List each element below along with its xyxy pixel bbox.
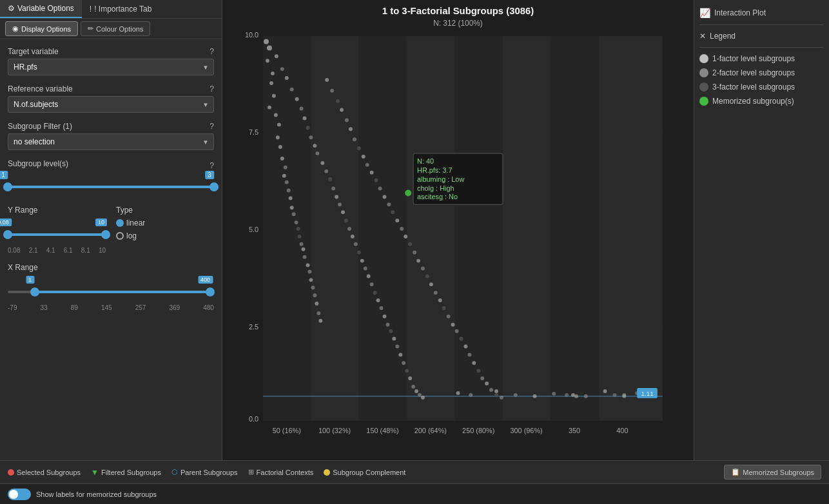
- svg-point-47: [309, 278, 313, 282]
- selected-subgroups-item[interactable]: Selected Subgroups: [8, 469, 81, 476]
- svg-rect-17: [551, 37, 598, 421]
- svg-point-36: [289, 196, 293, 200]
- type-linear-option[interactable]: linear: [116, 218, 214, 228]
- show-labels-toggle[interactable]: [8, 489, 31, 500]
- svg-point-112: [395, 218, 399, 222]
- type-log-radio[interactable]: [116, 232, 124, 240]
- subgroup-level-max-handle[interactable]: 3: [210, 182, 219, 191]
- legend-divider-2: [699, 47, 824, 48]
- variable-options-tab[interactable]: ⚙ Variable Options: [0, 0, 82, 18]
- subgroup-complement-item[interactable]: Subgroup Complement: [324, 469, 405, 476]
- factorial-contexts-item[interactable]: ⊞ Factorial Contexts: [248, 468, 314, 476]
- svg-point-66: [328, 177, 332, 181]
- svg-point-45: [306, 264, 309, 267]
- svg-point-127: [459, 337, 463, 341]
- svg-point-124: [447, 315, 451, 318]
- svg-point-136: [500, 396, 503, 400]
- svg-point-25: [272, 94, 276, 98]
- svg-point-147: [565, 393, 569, 397]
- subgroup-filter-help[interactable]: ?: [210, 122, 214, 131]
- svg-point-130: [472, 361, 476, 365]
- target-variable-help[interactable]: ?: [210, 47, 214, 56]
- svg-text:10.0: 10.0: [245, 32, 258, 39]
- colour-options-tab[interactable]: ✏ Colour Options: [81, 21, 150, 36]
- display-options-tab[interactable]: ◉ Display Options: [5, 21, 78, 36]
- svg-point-117: [416, 259, 420, 263]
- svg-point-31: [280, 157, 284, 160]
- legend-item[interactable]: ✕ Legend: [699, 29, 824, 43]
- svg-point-63: [315, 151, 319, 155]
- y-range-min-handle[interactable]: 0.08: [3, 230, 12, 239]
- svg-point-56: [290, 88, 294, 92]
- legend-2factor: 2-factor level subgroups: [699, 66, 824, 80]
- svg-text:300 (96%): 300 (96%): [510, 427, 542, 434]
- display-icon: ◉: [12, 24, 19, 33]
- svg-point-111: [391, 210, 395, 214]
- svg-point-37: [290, 206, 294, 209]
- svg-point-145: [603, 389, 607, 393]
- svg-point-144: [584, 394, 588, 398]
- memorized-icon: 📋: [731, 468, 740, 476]
- y-range-max-handle[interactable]: 10: [101, 230, 110, 239]
- svg-point-123: [442, 306, 446, 310]
- svg-point-42: [300, 242, 304, 246]
- svg-point-73: [351, 235, 355, 238]
- svg-point-95: [421, 396, 425, 400]
- target-variable-select[interactable]: HR.pfs: [8, 59, 214, 75]
- x-icon: ✕: [699, 32, 706, 41]
- svg-point-138: [469, 393, 473, 397]
- svg-point-135: [494, 393, 498, 397]
- interaction-plot-item[interactable]: 📈 Interaction Plot: [699, 5, 824, 21]
- subgroup-levels-help[interactable]: ?: [210, 161, 214, 170]
- svg-point-49: [313, 293, 317, 297]
- importance-tab[interactable]: ! ! Importance Tab: [82, 0, 160, 18]
- legend-1factor: 1-factor level subgroups: [699, 52, 824, 66]
- reference-variable-help[interactable]: ?: [210, 84, 214, 93]
- svg-point-97: [330, 89, 334, 93]
- svg-point-43: [302, 247, 306, 251]
- type-log-option[interactable]: log: [116, 231, 214, 240]
- colour-icon: ✏: [88, 24, 93, 33]
- subgroup-level-min-handle[interactable]: 1: [3, 182, 12, 191]
- svg-point-98: [336, 99, 340, 103]
- legend-dot-3factor: [699, 82, 708, 92]
- svg-text:2.5: 2.5: [249, 323, 258, 331]
- y-range-label: Y Range: [8, 206, 106, 215]
- svg-point-134: [489, 388, 493, 392]
- parent-subgroups-item[interactable]: ⬡ Parent Subgroups: [171, 468, 238, 476]
- svg-point-76: [360, 259, 364, 263]
- svg-rect-16: [503, 37, 551, 421]
- svg-point-89: [402, 361, 405, 365]
- subgroup-complement-dot: [324, 469, 330, 476]
- x-range-min-handle[interactable]: 1: [30, 287, 39, 296]
- svg-text:50 (16%): 50 (16%): [273, 427, 301, 434]
- type-linear-radio[interactable]: [116, 219, 124, 227]
- svg-point-87: [395, 345, 399, 349]
- chart-svg: 1 to 3-Factorial Subgroups (3086) N: 312…: [222, 0, 694, 460]
- svg-point-140: [514, 393, 518, 397]
- subgroup-filter-select[interactable]: no selection: [8, 133, 214, 150]
- svg-rect-12: [311, 37, 358, 421]
- x-range-max-handle[interactable]: 400: [206, 287, 215, 296]
- reference-variable-select[interactable]: N.of.subjects: [8, 96, 214, 113]
- svg-point-85: [389, 329, 393, 333]
- svg-rect-14: [407, 37, 454, 421]
- target-variable-label: Target variable: [8, 47, 59, 56]
- svg-point-38: [292, 212, 296, 216]
- legend-divider: [699, 24, 824, 25]
- svg-point-113: [400, 227, 404, 231]
- memorized-subgroups-button[interactable]: 📋 Memorized Subgroups: [724, 465, 821, 480]
- y-range-ticks: 0.08 2.1 4.1 6.1 8.1 10: [8, 247, 106, 254]
- svg-point-68: [335, 195, 338, 199]
- svg-rect-15: [455, 37, 503, 421]
- svg-point-90: [405, 369, 409, 373]
- svg-text:350: 350: [569, 427, 580, 434]
- svg-text:150 (48%): 150 (48%): [366, 427, 398, 434]
- filtered-subgroups-item[interactable]: ▼ Filtered Subgroups: [91, 468, 161, 477]
- importance-icon: !: [90, 5, 92, 14]
- svg-text:albuming : Low: albuming : Low: [417, 175, 464, 183]
- toggle-slider: [8, 489, 31, 500]
- svg-point-141: [533, 394, 537, 398]
- svg-point-139: [494, 389, 498, 393]
- svg-point-20: [264, 39, 269, 44]
